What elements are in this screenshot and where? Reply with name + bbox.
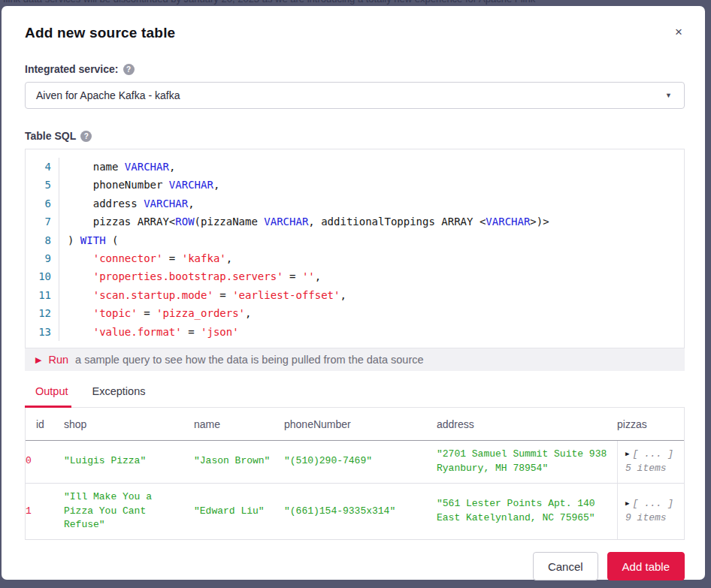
sql-keyword: VARCHAR <box>264 216 308 228</box>
column-header-phoneNumber: phoneNumber <box>284 408 437 440</box>
sql-editor[interactable]: 4 name VARCHAR,5 phoneNumber VARCHAR,6 a… <box>25 149 685 348</box>
dimmed-page-background: flink data services will be discontinued… <box>0 0 711 6</box>
sql-plain: = <box>283 270 302 282</box>
sql-plain: = <box>162 252 181 264</box>
column-header-id: id <box>26 408 64 440</box>
help-icon[interactable]: ? <box>123 64 135 75</box>
run-play-icon[interactable]: ▶ <box>35 356 41 364</box>
code-line-text: phoneNumber VARCHAR, <box>59 176 219 194</box>
help-icon[interactable]: ? <box>80 131 92 142</box>
sql-string: 'properties.bootstrap.servers' <box>93 270 283 282</box>
sql-string: 'earliest-offset' <box>232 289 340 301</box>
cell-id: 1 <box>26 498 64 526</box>
sql-plain: >)> <box>530 216 549 228</box>
cell-shop: "Ill Make You a Pizza You Cant Refuse" <box>64 484 194 540</box>
code-line-text: pizzas ARRAY<ROW(pizzaName VARCHAR, addi… <box>59 213 549 231</box>
add-source-table-modal: Add new source table × Integrated servic… <box>2 6 705 580</box>
cell-pizzas: ▶[ ... ]9 items <box>617 484 684 540</box>
sql-plain: , <box>213 179 219 191</box>
pizzas-item-count: 5 items <box>625 462 676 476</box>
code-line: 6 address VARCHAR, <box>26 194 684 213</box>
cell-shop: "Luigis Pizza" <box>64 448 194 475</box>
sql-string: 'scan.startup.mode' <box>93 289 213 301</box>
sql-plain: , <box>188 198 194 210</box>
code-line-text: 'value.format' = 'json' <box>59 323 239 341</box>
line-number: 4 <box>26 158 51 176</box>
close-icon[interactable]: × <box>675 26 682 38</box>
sql-string: 'topic' <box>93 307 138 319</box>
line-number: 12 <box>26 304 51 322</box>
pizzas-preview: [ ... ] <box>632 448 673 462</box>
sql-string: 'kafka' <box>182 252 226 264</box>
sql-plain: = <box>138 307 156 319</box>
line-number: 10 <box>26 267 51 285</box>
column-header-name: name <box>194 408 284 440</box>
sql-keyword: WITH <box>80 234 106 246</box>
run-link[interactable]: Run <box>48 354 68 366</box>
results-table-body: 0"Luigis Pizza""Jason Brown""(510)290-74… <box>26 441 684 540</box>
code-line: 4 name VARCHAR, <box>26 158 684 176</box>
cell-address: "561 Lester Points Apt. 140 East Katelyn… <box>437 490 617 532</box>
sql-plain: = <box>213 289 232 301</box>
code-line: 5 phoneNumber VARCHAR, <box>26 176 684 194</box>
cell-address: "2701 Samuel Summit Suite 938 Ryanbury, … <box>437 441 617 483</box>
integrated-service-label: Integrated service: <box>25 63 119 75</box>
cell-name: "Edward Liu" <box>194 498 284 526</box>
code-line-text: ) WITH ( <box>59 231 118 249</box>
expand-icon[interactable]: ▶ <box>625 499 629 509</box>
sql-plain: , <box>226 252 232 264</box>
tab-output[interactable]: Output <box>25 379 82 407</box>
sql-keyword: VARCHAR <box>144 198 188 210</box>
code-line-text: 'properties.bootstrap.servers' = '', <box>59 267 321 285</box>
sql-plain <box>68 252 93 264</box>
results-table: idshopnamephoneNumberaddresspizzas 0"Lui… <box>25 408 685 540</box>
pizzas-item-count: 9 items <box>625 511 676 526</box>
sql-plain: , <box>315 270 321 282</box>
cell-pizzas: ▶[ ... ]5 items <box>617 441 684 483</box>
sql-plain: = <box>182 326 201 338</box>
sql-plain: address <box>68 198 144 210</box>
tab-exceptions[interactable]: Exceptions <box>82 379 159 407</box>
sql-plain: phoneNumber <box>68 179 169 191</box>
code-line-text: address VARCHAR, <box>59 194 195 213</box>
run-bar: ▶ Run a sample query to see how the data… <box>25 348 685 371</box>
sql-plain: , additionalToppings ARRAY < <box>308 216 486 228</box>
sql-keyword: VARCHAR <box>486 216 530 228</box>
sql-plain: ( <box>106 234 119 246</box>
sql-string: 'value.format' <box>93 326 182 338</box>
sql-plain <box>68 307 93 319</box>
integrated-service-select[interactable]: Aiven for Apache Kafka - kafka ▼ <box>25 82 685 109</box>
code-line: 7 pizzas ARRAY<ROW(pizzaName VARCHAR, ad… <box>26 213 684 231</box>
modal-title: Add new source table <box>25 25 685 41</box>
integrated-service-value: Aiven for Apache Kafka - kafka <box>36 89 180 101</box>
cell-phone-number: "(661)154-9335x314" <box>284 498 437 526</box>
cancel-button[interactable]: Cancel <box>533 552 598 580</box>
sql-plain <box>68 326 93 338</box>
sql-keyword: ROW <box>175 216 194 228</box>
add-table-button[interactable]: Add table <box>607 552 685 580</box>
column-header-address: address <box>437 408 617 440</box>
line-number: 9 <box>26 249 51 267</box>
background-clipped-text: flink data services will be discontinued… <box>3 0 535 5</box>
expand-icon[interactable]: ▶ <box>625 450 629 460</box>
code-line-text: 'scan.startup.mode' = 'earliest-offset', <box>59 286 346 304</box>
line-number: 13 <box>26 323 51 341</box>
sql-keyword: VARCHAR <box>169 179 213 191</box>
table-row: 0"Luigis Pizza""Jason Brown""(510)290-74… <box>26 441 684 484</box>
pizzas-preview: [ ... ] <box>632 497 673 511</box>
line-number: 11 <box>26 286 51 304</box>
line-number: 5 <box>26 176 51 194</box>
results-tabs: OutputExceptions <box>25 379 685 408</box>
chevron-down-icon: ▼ <box>665 92 672 99</box>
line-number: 6 <box>26 194 51 213</box>
sql-plain <box>68 289 93 301</box>
sql-plain: pizzas ARRAY< <box>68 216 175 228</box>
sql-string: 'pizza_orders' <box>156 307 245 319</box>
modal-header: Add new source table × <box>25 25 685 41</box>
sql-string: 'connector' <box>93 252 163 264</box>
run-description: a sample query to see how the data is be… <box>75 354 423 366</box>
column-header-pizzas: pizzas <box>617 408 684 440</box>
cell-phone-number: "(510)290-7469" <box>284 448 437 475</box>
sql-string: 'json' <box>201 326 239 338</box>
code-line: 13 'value.format' = 'json' <box>26 323 684 341</box>
